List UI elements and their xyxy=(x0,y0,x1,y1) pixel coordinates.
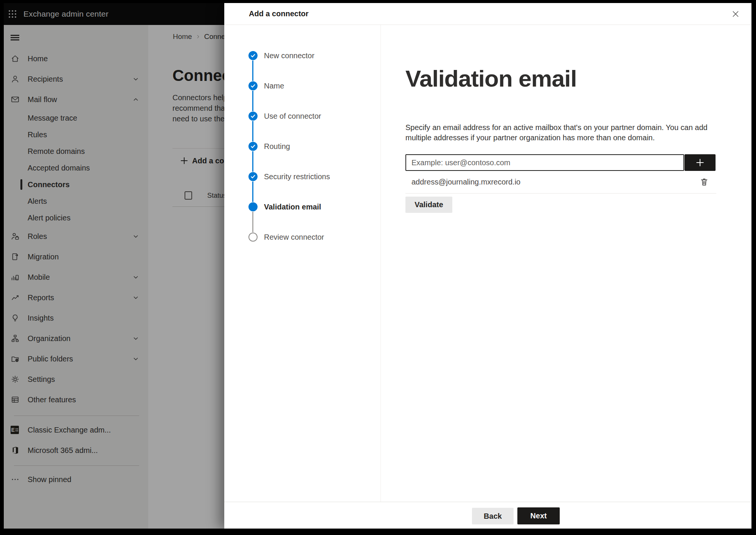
step-connector-line xyxy=(252,121,253,141)
step-name[interactable]: Name xyxy=(248,81,284,90)
step-complete-icon xyxy=(248,112,258,121)
modal-footer-divider xyxy=(224,502,751,502)
step-connector-line xyxy=(252,151,253,172)
close-icon[interactable] xyxy=(729,7,742,21)
add-connector-modal: Add a connector New connector Name Use o… xyxy=(224,3,751,529)
step-security-restrictions[interactable]: Security restrictions xyxy=(248,172,330,181)
delete-address-button[interactable] xyxy=(699,176,710,188)
step-complete-icon xyxy=(248,81,258,90)
next-button[interactable]: Next xyxy=(517,507,560,524)
step-complete-icon xyxy=(248,172,258,181)
content-heading: Validation email xyxy=(405,64,577,93)
step-use-of-connector[interactable]: Use of connector xyxy=(248,112,321,121)
step-connector-line xyxy=(252,60,253,81)
step-complete-icon xyxy=(248,51,258,60)
back-button[interactable]: Back xyxy=(472,508,514,524)
content-description: Specify an email address for an active m… xyxy=(405,123,708,143)
step-new-connector[interactable]: New connector xyxy=(248,51,314,60)
step-connector-line xyxy=(252,212,253,232)
step-validation-email[interactable]: Validation email xyxy=(248,202,321,211)
add-address-button[interactable] xyxy=(685,154,716,171)
added-address-text: address@journaling.mxrecord.io xyxy=(411,178,520,186)
plus-icon xyxy=(694,157,706,168)
step-upcoming-icon xyxy=(248,233,258,242)
step-connector-line xyxy=(252,181,253,202)
modal-title: Add a connector xyxy=(249,9,309,18)
validate-button[interactable]: Validate xyxy=(405,197,452,213)
app-window: Exchange admin center Home Recipients Ma… xyxy=(4,3,751,529)
modal-header-divider xyxy=(224,25,751,25)
email-address-input[interactable] xyxy=(405,154,684,171)
step-complete-icon xyxy=(248,142,258,151)
step-review-connector[interactable]: Review connector xyxy=(248,233,324,242)
trash-icon xyxy=(699,177,709,187)
steps-content-divider xyxy=(380,25,381,502)
step-connector-line xyxy=(252,91,253,111)
address-row-divider xyxy=(405,193,716,194)
step-current-icon xyxy=(248,202,258,211)
step-routing[interactable]: Routing xyxy=(248,142,290,151)
